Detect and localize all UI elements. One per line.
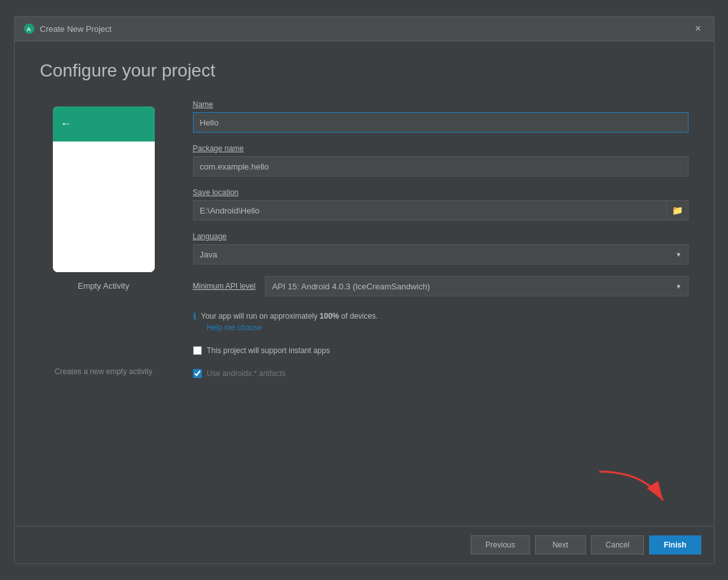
package-input[interactable]: [193, 156, 689, 177]
close-button[interactable]: ×: [691, 22, 704, 36]
info-text: Your app will run on approximately 100% …: [201, 310, 378, 322]
instant-apps-label: This project will support instant apps: [207, 346, 330, 355]
phone-top-bar: ←: [53, 106, 155, 141]
android-studio-icon: A: [24, 23, 35, 34]
left-panel: ← Empty Activity Creates a new empty act…: [40, 100, 168, 456]
cancel-button[interactable]: Cancel: [591, 535, 644, 555]
androidx-checkbox[interactable]: [193, 369, 202, 378]
api-select-wrapper: API 15: Android 4.0.3 (IceCreamSandwich)…: [265, 276, 688, 296]
previous-button[interactable]: Previous: [471, 535, 530, 555]
arrow-area: [40, 462, 689, 513]
svg-text:A: A: [27, 26, 31, 33]
package-label: Package name: [193, 144, 689, 153]
save-location-row: 📁: [193, 200, 689, 221]
androidx-checkbox-row: Use androidx.* artifacts: [193, 369, 689, 378]
finish-button[interactable]: Finish: [649, 535, 701, 555]
save-location-field-group: Save location 📁: [193, 188, 689, 221]
folder-icon: 📁: [672, 205, 683, 215]
androidx-label: Use androidx.* artifacts: [207, 369, 286, 378]
api-level-select[interactable]: API 15: Android 4.0.3 (IceCreamSandwich)…: [265, 276, 688, 296]
save-location-label: Save location: [193, 188, 689, 197]
footer: Previous Next Cancel Finish: [15, 526, 714, 563]
api-info-section: ℹ Your app will run on approximately 100…: [193, 308, 689, 332]
package-field-group: Package name: [193, 144, 689, 177]
instant-apps-checkbox[interactable]: [193, 346, 202, 355]
back-arrow-icon: ←: [61, 117, 72, 131]
phone-content: [53, 141, 155, 272]
right-panel: Name Package name Save location: [193, 100, 689, 456]
name-label: Name: [193, 100, 689, 109]
create-project-dialog: A Create New Project × Configure your pr…: [14, 16, 715, 564]
phone-preview: ←: [53, 106, 155, 272]
creates-label: Creates a new empty activity: [55, 367, 152, 376]
save-location-input[interactable]: [193, 200, 667, 221]
api-level-label: Minimum API level: [193, 282, 256, 291]
title-bar: A Create New Project ×: [15, 17, 714, 41]
info-row: ℹ Your app will run on approximately 100…: [193, 310, 689, 322]
language-select-wrapper: Java Kotlin ▼: [193, 244, 689, 265]
red-arrow: [593, 465, 669, 510]
page-title: Configure your project: [40, 61, 689, 81]
info-icon: ℹ: [193, 311, 196, 321]
content-area: ← Empty Activity Creates a new empty act…: [40, 100, 689, 456]
name-field-group: Name: [193, 100, 689, 133]
activity-label: Empty Activity: [78, 281, 129, 291]
dialog-body: Configure your project ← Empty Activity …: [15, 41, 714, 526]
instant-apps-checkbox-row: This project will support instant apps: [193, 346, 689, 355]
next-button[interactable]: Next: [535, 535, 586, 555]
language-label: Language: [193, 232, 689, 241]
name-input[interactable]: [193, 112, 689, 133]
dialog-title: Create New Project: [40, 24, 112, 34]
browse-folder-button[interactable]: 📁: [667, 200, 689, 221]
language-field-group: Language Java Kotlin ▼: [193, 232, 689, 265]
language-select[interactable]: Java Kotlin: [193, 244, 689, 265]
help-link[interactable]: Help me choose: [207, 323, 689, 332]
api-level-row: Minimum API level API 15: Android 4.0.3 …: [193, 276, 689, 296]
title-bar-left: A Create New Project: [24, 23, 112, 34]
